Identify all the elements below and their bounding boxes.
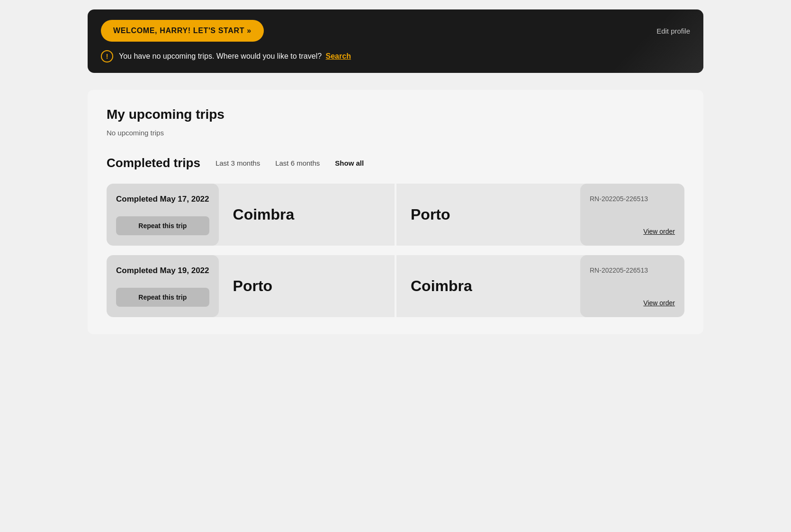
no-upcoming-text: No upcoming trips xyxy=(107,129,684,137)
trip-info-box: RN-202205-226513 View order xyxy=(580,255,684,317)
filter-last6-button[interactable]: Last 6 months xyxy=(275,159,320,167)
order-number: RN-202205-226513 xyxy=(590,194,675,204)
welcome-label: WELCOME, HARRY! LET'S START » xyxy=(113,27,252,35)
completed-title: Completed trips xyxy=(107,156,200,170)
search-link[interactable]: Search xyxy=(326,52,351,60)
trip-from-half: Completed May 19, 2022 Repeat this trip … xyxy=(107,255,395,317)
warning-icon: ! xyxy=(101,50,113,62)
repeat-trip-button[interactable]: Repeat this trip xyxy=(116,288,209,307)
trip-to-half: Porto RN-202205-226513 View order xyxy=(396,184,684,246)
welcome-button[interactable]: WELCOME, HARRY! LET'S START » xyxy=(101,20,264,42)
to-city-label: Coimbra xyxy=(411,277,472,295)
view-order-link[interactable]: View order xyxy=(590,299,675,307)
header-banner: WELCOME, HARRY! LET'S START » Edit profi… xyxy=(88,9,703,73)
notice-row: ! You have no upcoming trips. Where woul… xyxy=(101,50,690,62)
trip-to-half: Coimbra RN-202205-226513 View order xyxy=(396,255,684,317)
view-order-link[interactable]: View order xyxy=(590,228,675,235)
notice-text: You have no upcoming trips. Where would … xyxy=(119,52,351,61)
trip-to-city: Porto xyxy=(396,184,580,246)
trip-status: Completed May 17, 2022 xyxy=(116,194,209,205)
trip-card-inner: Completed May 17, 2022 Repeat this trip … xyxy=(107,184,684,246)
trip-card: Completed May 17, 2022 Repeat this trip … xyxy=(107,184,684,246)
from-city-label: Porto xyxy=(233,277,273,295)
to-city-label: Porto xyxy=(411,206,450,223)
trip-status-box: Completed May 19, 2022 Repeat this trip xyxy=(107,255,219,317)
filter-last3-button[interactable]: Last 3 months xyxy=(216,159,260,167)
main-content: My upcoming trips No upcoming trips Comp… xyxy=(88,90,703,334)
trip-card-inner: Completed May 19, 2022 Repeat this trip … xyxy=(107,255,684,317)
trip-status: Completed May 19, 2022 xyxy=(116,266,209,276)
trip-info-box: RN-202205-226513 View order xyxy=(580,184,684,246)
edit-profile-link[interactable]: Edit profile xyxy=(656,27,690,35)
trips-list: Completed May 17, 2022 Repeat this trip … xyxy=(107,184,684,317)
from-city-label: Coimbra xyxy=(233,206,295,223)
trip-card: Completed May 19, 2022 Repeat this trip … xyxy=(107,255,684,317)
completed-header: Completed trips Last 3 months Last 6 mon… xyxy=(107,156,684,170)
trip-from-half: Completed May 17, 2022 Repeat this trip … xyxy=(107,184,395,246)
filter-showall-button[interactable]: Show all xyxy=(335,159,364,167)
trip-from-city: Porto xyxy=(219,255,395,317)
trip-status-box: Completed May 17, 2022 Repeat this trip xyxy=(107,184,219,246)
trip-from-city: Coimbra xyxy=(219,184,395,246)
notice-message: You have no upcoming trips. Where would … xyxy=(119,52,322,60)
repeat-trip-button[interactable]: Repeat this trip xyxy=(116,216,209,235)
trip-to-city: Coimbra xyxy=(396,255,580,317)
header-top: WELCOME, HARRY! LET'S START » Edit profi… xyxy=(101,20,690,42)
order-number: RN-202205-226513 xyxy=(590,266,675,275)
upcoming-title: My upcoming trips xyxy=(107,107,684,122)
